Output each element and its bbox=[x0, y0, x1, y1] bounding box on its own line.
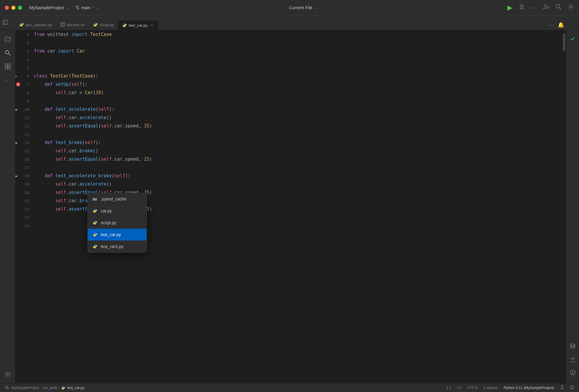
status-bar: MySampleProject › car_tests › test_car.p… bbox=[0, 383, 579, 392]
debug-icon[interactable] bbox=[518, 4, 525, 12]
traffic-lights bbox=[5, 6, 22, 10]
menu-item-test-car1-py[interactable]: test_car1.py bbox=[88, 241, 147, 252]
menu-item-script-py[interactable]: script.py bbox=[88, 217, 147, 229]
project-chevron-icon: ⌄ bbox=[66, 6, 69, 10]
branch-icon bbox=[75, 5, 80, 10]
run-button-10[interactable]: ▶ bbox=[15, 107, 18, 112]
menu-item-label: script.py bbox=[101, 220, 116, 225]
line-num-16: 16 bbox=[15, 155, 32, 163]
py-file-icon bbox=[92, 220, 98, 226]
code-line-6: class TestCar(TestCase): bbox=[34, 72, 562, 80]
tab-test-car[interactable]: test_car.py ✕ bbox=[118, 20, 158, 30]
current-file-button[interactable]: Current File ⌄ bbox=[286, 4, 320, 11]
code-editor[interactable]: from unittest import TestCase from car i… bbox=[34, 30, 562, 383]
code-line-10: def test_accelerate(self): bbox=[34, 105, 562, 113]
code-line-5 bbox=[34, 64, 562, 72]
cursor-position[interactable]: 1:1 bbox=[446, 386, 451, 390]
sidebar-item-plugins[interactable] bbox=[2, 368, 14, 380]
line-num-3: 3 bbox=[15, 47, 32, 55]
svg-rect-23 bbox=[8, 64, 10, 66]
svg-point-5 bbox=[520, 5, 523, 7]
line-num-7: 7⊙ bbox=[15, 80, 32, 88]
sidebar-toggle[interactable] bbox=[2, 19, 8, 26]
line-num-12: 12 bbox=[15, 122, 32, 130]
svg-point-31 bbox=[572, 373, 573, 374]
menu-item-label: test_car1.py bbox=[101, 244, 123, 249]
branch-selector[interactable]: main ↑ ⌄ bbox=[75, 5, 99, 10]
code-line-15: self.car.brake() bbox=[34, 147, 562, 155]
tab-bar-end: ⋯ 🔔 bbox=[549, 22, 564, 30]
project-breadcrumb[interactable]: MySampleProject bbox=[11, 386, 39, 390]
py-file-icon bbox=[92, 208, 98, 214]
close-button[interactable] bbox=[5, 6, 9, 10]
menu-item-test-car-py[interactable]: test_car.py bbox=[88, 229, 147, 241]
tab-label: doctest.rst bbox=[67, 23, 85, 27]
run-button-14[interactable]: ▶ bbox=[15, 140, 18, 145]
tab-overflow-icon[interactable]: ⋯ bbox=[549, 22, 554, 28]
scrollbar-track[interactable] bbox=[562, 30, 566, 383]
file-context-menu: .pytest_cache car.py bbox=[87, 193, 147, 253]
menu-item-car-py[interactable]: car.py bbox=[88, 205, 147, 217]
tab-close-button[interactable]: ✕ bbox=[150, 23, 154, 28]
line-num-4: 4 bbox=[15, 55, 32, 64]
line-num-19: 19 bbox=[15, 180, 32, 188]
project-selector[interactable]: MySampleProject ⌄ bbox=[29, 5, 69, 10]
sidebar-item-explorer[interactable] bbox=[2, 33, 14, 45]
folder-icon bbox=[92, 196, 98, 202]
svg-point-2 bbox=[78, 6, 79, 7]
checkmark-icon[interactable] bbox=[567, 33, 578, 44]
sidebar-item-extensions[interactable] bbox=[2, 61, 14, 72]
encoding[interactable]: UTF-8 bbox=[468, 386, 478, 390]
code-line-8: self.car = Car(30) bbox=[34, 88, 562, 97]
breakpoint-7[interactable]: ⊙ bbox=[16, 82, 20, 86]
database-icon[interactable] bbox=[567, 341, 578, 352]
menu-item-label: test_car.py bbox=[101, 232, 121, 237]
add-person-icon[interactable] bbox=[543, 4, 549, 12]
code-line-7: def setUp(self): bbox=[34, 80, 562, 88]
line-num-5: 5 bbox=[15, 64, 32, 72]
run-button-18[interactable]: ▶ bbox=[15, 174, 18, 178]
menu-item-pytest-cache[interactable]: .pytest_cache bbox=[88, 193, 147, 205]
run-icon[interactable]: ▶ bbox=[507, 4, 512, 12]
scrollbar-thumb[interactable] bbox=[563, 33, 565, 51]
svg-point-11 bbox=[556, 4, 560, 8]
breadcrumb-py-icon bbox=[61, 385, 66, 390]
line-ending[interactable]: LF bbox=[457, 386, 462, 390]
file-breadcrumb[interactable]: test_car.py bbox=[67, 386, 84, 390]
tab-abc-classes[interactable]: abc_classes.py bbox=[15, 20, 56, 30]
current-file-chevron-icon: ⌄ bbox=[314, 6, 317, 10]
language-selector[interactable]: Python 3.11 (MySampleProject) bbox=[504, 386, 554, 390]
code-line-17 bbox=[34, 163, 562, 172]
more-options-icon[interactable]: ··· bbox=[531, 4, 537, 11]
search-icon[interactable] bbox=[555, 4, 562, 12]
branch-chevron-icon: ⌄ bbox=[96, 6, 99, 10]
minimize-button[interactable] bbox=[11, 6, 15, 10]
code-line-3: from car import Car bbox=[34, 47, 562, 55]
code-line-13 bbox=[34, 130, 562, 138]
line-num-9: 9 bbox=[15, 97, 32, 105]
chart-icon[interactable] bbox=[567, 354, 578, 365]
indent-type[interactable]: 4 spaces bbox=[484, 386, 498, 390]
warning-icon[interactable] bbox=[567, 367, 578, 378]
sidebar-item-search[interactable] bbox=[2, 47, 14, 59]
title-bar-center: Current File ⌄ bbox=[103, 4, 503, 11]
breadcrumb-chevron-2: › bbox=[59, 386, 60, 390]
sidebar-item-more[interactable]: ··· bbox=[2, 74, 14, 86]
error-indicator[interactable] bbox=[570, 385, 574, 390]
line-num-13: 13 bbox=[15, 130, 32, 138]
fullscreen-button[interactable] bbox=[18, 6, 22, 10]
py-icon bbox=[93, 22, 98, 27]
menu-item-label: .pytest_cache bbox=[101, 197, 126, 201]
line-num-17: 17 bbox=[15, 163, 32, 172]
code-line-14: def test_brake(self): bbox=[34, 138, 562, 147]
tab-script[interactable]: script.py bbox=[89, 20, 118, 30]
run-button-6[interactable]: ▶ bbox=[15, 74, 17, 78]
tab-doctest[interactable]: doctest.rst bbox=[56, 20, 89, 30]
upload-icon[interactable] bbox=[560, 385, 564, 390]
folder-breadcrumb[interactable]: car_tests bbox=[43, 386, 57, 390]
svg-rect-14 bbox=[3, 20, 8, 24]
tab-bar: abc_classes.py doctest.rst script.py tes… bbox=[0, 15, 579, 30]
title-bar-actions: ▶ ··· bbox=[507, 4, 574, 12]
notification-icon[interactable]: 🔔 bbox=[558, 22, 564, 28]
settings-icon[interactable] bbox=[568, 4, 574, 12]
